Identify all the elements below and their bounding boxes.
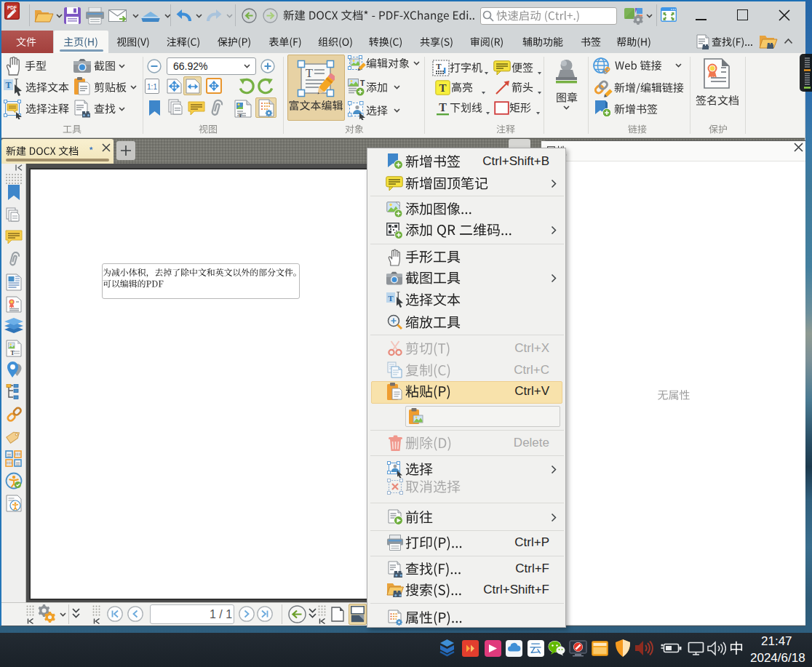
svg-text:T: T xyxy=(439,101,447,113)
svg-text:T: T xyxy=(388,294,394,303)
svg-text:T: T xyxy=(5,80,11,90)
svg-text:T: T xyxy=(439,82,446,94)
svg-text:T: T xyxy=(306,66,314,80)
svg-text:T: T xyxy=(239,113,242,119)
svg-text:T: T xyxy=(360,79,365,87)
svg-text:T: T xyxy=(436,62,442,71)
svg-text:1:1: 1:1 xyxy=(147,83,157,91)
svg-text:PDF: PDF xyxy=(7,5,17,10)
